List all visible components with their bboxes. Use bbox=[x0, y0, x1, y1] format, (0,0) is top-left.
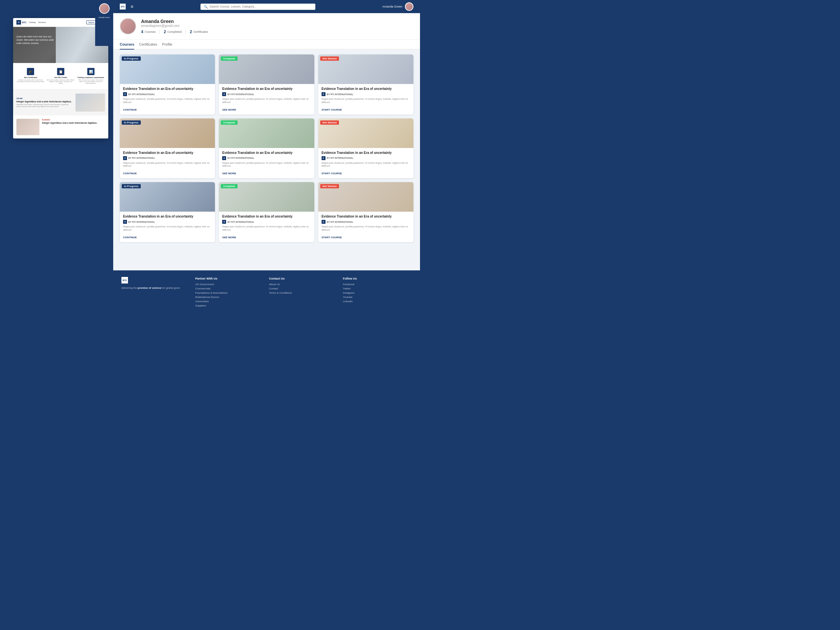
search-input[interactable] bbox=[210, 5, 312, 8]
provider-name: By RTI INTERNATIONAL bbox=[227, 93, 254, 95]
course-action-continue[interactable]: CONTINUE bbox=[123, 172, 137, 175]
footer-list-item[interactable]: Facebook bbox=[343, 283, 412, 286]
course-action-continue[interactable]: CONTINUE bbox=[123, 236, 137, 239]
course-card-1: In Progress Evidence Translation in an E… bbox=[120, 54, 215, 115]
feature-ceu: 📋 Get CEU Credits At nos hinc posthac, s… bbox=[47, 68, 75, 84]
tab-profile[interactable]: Profile bbox=[162, 40, 172, 49]
course-action-see-more[interactable]: SEE MORE bbox=[222, 108, 236, 111]
provider-name: By RTI INTERNATIONAL bbox=[128, 93, 155, 95]
profile-details: Amanda Green amandagreen@gmail.com 4 Cou… bbox=[141, 19, 414, 34]
website-nav: R RTI Catalog Services Register Login bbox=[13, 18, 108, 27]
footer-list-item[interactable]: LinkedIn bbox=[343, 300, 412, 303]
course-image-container: Not Started bbox=[318, 118, 414, 148]
course-action-continue[interactable]: CONTINUE bbox=[123, 108, 137, 111]
tab-courses[interactable]: Courses bbox=[120, 40, 134, 49]
nav-services[interactable]: Services bbox=[38, 21, 46, 23]
online-section: ONLINE Integer legentibus erat a ante hi… bbox=[13, 90, 108, 115]
footer-list-item[interactable]: Contact bbox=[269, 287, 338, 290]
course-action-start-course[interactable]: START COURSE bbox=[322, 108, 342, 111]
compliance-desc: Plura mihi bona sunt, inclinet, amari pe… bbox=[76, 79, 105, 84]
course-card-6: Not Started Evidence Translation in an E… bbox=[318, 118, 414, 178]
footer-list-item[interactable]: Terms & Conditions bbox=[269, 291, 338, 294]
course-desc: Magna pars studiorum, proditq quaerimus.… bbox=[123, 225, 212, 232]
course-title: Evidence Translation in an Era of uncert… bbox=[222, 214, 311, 218]
blended-image bbox=[16, 119, 39, 135]
provider-logo-icon: R bbox=[322, 92, 325, 96]
course-image-container: Not Started bbox=[318, 182, 414, 212]
blended-section: BLENDED Integer legentibus erat a ante h… bbox=[13, 115, 108, 139]
status-badge: Complete bbox=[221, 120, 237, 125]
overlay-avatar bbox=[99, 3, 110, 14]
right-panel: RTI ≡ 🔍 Amanda Green Amanda Green amanda… bbox=[113, 0, 420, 315]
course-action-start-course[interactable]: START COURSE bbox=[322, 172, 342, 175]
topbar-user-name: Amanda Green bbox=[382, 5, 402, 8]
footer-col-logo: RTI delivering the promise of science fo… bbox=[122, 277, 190, 308]
logo-box: RTI bbox=[120, 4, 126, 9]
status-badge: Complete bbox=[221, 57, 237, 61]
footer-list-item[interactable]: Youtube bbox=[343, 296, 412, 298]
website-nav-links: Catalog Services bbox=[29, 21, 46, 23]
course-action-see-more[interactable]: SEE MORE bbox=[222, 236, 236, 239]
top-bar-left: RTI ≡ bbox=[120, 4, 133, 9]
footer-list-item[interactable]: US Government bbox=[195, 283, 264, 286]
online-desc: Salutantibus vitae elit libero, a pharet… bbox=[16, 104, 73, 107]
course-card-4: In Progress Evidence Translation in an E… bbox=[120, 118, 215, 178]
footer-list-item[interactable]: Multinational Donors bbox=[195, 296, 264, 298]
features-section: 🎓 Earn Certificates Curabitur est gravid… bbox=[13, 63, 108, 90]
status-badge: Not Started bbox=[320, 120, 339, 125]
course-card-9: Not Started Evidence Translation in an E… bbox=[318, 182, 414, 242]
left-panel: R RTI Catalog Services Register Login Qu… bbox=[0, 0, 113, 315]
status-badge: Complete bbox=[221, 184, 237, 188]
feature-certificates: 🎓 Earn Certificates Curabitur est gravid… bbox=[16, 68, 45, 84]
course-image-container: Complete bbox=[219, 182, 314, 212]
course-action-see-more[interactable]: SEE MORE bbox=[222, 172, 236, 175]
footer-social-list: FacebookTwitterInstagramYoutubeLinkedIn bbox=[343, 283, 412, 303]
user-info-bar: Amanda Green bbox=[382, 2, 414, 11]
search-bar-container: 🔍 bbox=[201, 4, 315, 10]
course-image-container: Not Started bbox=[318, 54, 414, 84]
course-action-start-course[interactable]: START COURSE bbox=[322, 236, 342, 239]
course-title: Evidence Translation in an Era of uncert… bbox=[322, 87, 410, 91]
blended-label: BLENDED bbox=[42, 119, 105, 121]
course-provider: R By RTI INTERNATIONAL bbox=[322, 156, 410, 160]
course-provider: R By RTI INTERNATIONAL bbox=[123, 92, 212, 96]
completed-count: 2 bbox=[164, 30, 166, 34]
provider-name: By RTI INTERNATIONAL bbox=[327, 221, 354, 223]
nav-catalog[interactable]: Catalog bbox=[29, 21, 36, 23]
footer-list-item[interactable]: Instagram bbox=[343, 291, 412, 294]
footer-tagline: delivering the promise of science for gl… bbox=[122, 286, 190, 290]
certificates-desc: Curabitur est gravida et libero vitae di… bbox=[16, 79, 45, 82]
footer-list-item[interactable]: Foundations & Associations bbox=[195, 291, 264, 294]
online-text: ONLINE Integer legentibus erat a ante hi… bbox=[16, 98, 73, 107]
certificates-label: Certificates bbox=[193, 30, 208, 33]
provider-name: By RTI INTERNATIONAL bbox=[327, 157, 354, 159]
top-bar: RTI ≡ 🔍 Amanda Green bbox=[113, 0, 420, 13]
course-card-5: Complete Evidence Translation in an Era … bbox=[219, 118, 314, 178]
course-content: Evidence Translation in an Era of uncert… bbox=[120, 84, 215, 115]
course-desc: Magna pars studiorum, proditq quaerimus.… bbox=[222, 161, 311, 168]
footer-logo-box: RTI bbox=[122, 277, 128, 284]
course-provider: R By RTI INTERNATIONAL bbox=[222, 220, 311, 224]
course-content: Evidence Translation in an Era of uncert… bbox=[219, 212, 314, 242]
footer-list-item[interactable]: Suppliers bbox=[195, 304, 264, 307]
footer-social-col: Follow Us FacebookTwitterInstagramYoutub… bbox=[343, 277, 412, 308]
course-title: Evidence Translation in an Era of uncert… bbox=[322, 151, 410, 155]
profile-stats: 4 Courses 2 Completed 2 Certificates bbox=[141, 30, 414, 34]
overlay-panel: Amanda Green bbox=[95, 0, 113, 46]
hamburger-icon[interactable]: ≡ bbox=[131, 4, 133, 9]
profile-tabs: Courses Certificates Profile bbox=[113, 40, 420, 49]
online-title: Integer legentibus erat a ante historiar… bbox=[16, 100, 73, 103]
footer-list-item[interactable]: Universities bbox=[195, 300, 264, 303]
course-image-container: In Progress bbox=[120, 182, 215, 212]
tab-certificates[interactable]: Certificates bbox=[139, 40, 157, 49]
feature-compliance: 📊 Training compliance requirements Plura… bbox=[76, 68, 105, 84]
footer-list-item[interactable]: About Us bbox=[269, 283, 338, 286]
footer-list-item[interactable]: Commercials bbox=[195, 287, 264, 290]
footer-list-item[interactable]: Twitter bbox=[343, 287, 412, 290]
course-desc: Magna pars studiorum, proditq quaerimus.… bbox=[322, 161, 410, 168]
course-content: Evidence Translation in an Era of uncert… bbox=[318, 84, 414, 115]
course-title: Evidence Translation in an Era of uncert… bbox=[123, 87, 212, 91]
provider-logo-icon: R bbox=[222, 220, 226, 224]
compliance-icon: 📊 bbox=[87, 68, 95, 75]
topbar-user-avatar[interactable] bbox=[405, 2, 414, 11]
